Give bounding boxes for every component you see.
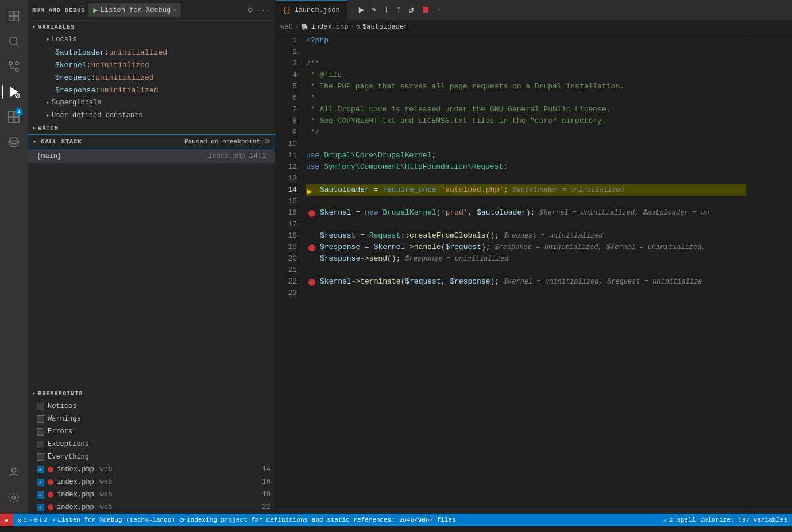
step-over-button[interactable]: ↷ <box>369 3 379 17</box>
superglobals-group[interactable]: ▾ Superglobals <box>28 96 275 109</box>
bc-var[interactable]: $autoloader <box>362 23 408 31</box>
callstack-chevron: ▾ <box>33 138 36 145</box>
frame-location: index.php 14:1 <box>208 152 266 160</box>
activity-bar: 1 <box>0 0 28 514</box>
run-debug-icon[interactable] <box>2 80 25 103</box>
var-name-kernel: $kernel <box>55 61 87 69</box>
source-control-icon[interactable] <box>2 55 25 78</box>
sidebar: RUN AND DEBUG ▶ Listen for Xdebug ▾ ⚙ ··… <box>28 0 276 514</box>
var-response[interactable]: $response : uninitialized <box>28 84 275 96</box>
bp-notices[interactable]: Notices <box>28 400 275 413</box>
search-icon[interactable] <box>2 30 25 53</box>
continue-button[interactable]: ▶ <box>357 3 367 17</box>
bp-errors[interactable]: Errors <box>28 425 275 438</box>
code-line-19: $response = $kernel -> handle ( $request… <box>306 242 746 253</box>
svg-rect-17 <box>14 118 19 122</box>
status-spell[interactable]: ⚠ 2 Spell <box>663 517 696 524</box>
error-count: 0 <box>23 517 27 523</box>
bc-sep-1: › <box>295 24 299 30</box>
bp-file-2-name: index.php <box>57 478 94 486</box>
var-value-autoloader: uninitialized <box>109 48 167 57</box>
extensions-icon[interactable]: 1 <box>2 106 25 129</box>
status-debug-config[interactable]: ⊕ <box>0 514 13 526</box>
callstack-controls: Paused on breakpoint ⧉ <box>184 138 270 146</box>
step-into-button[interactable]: ↓ <box>381 3 392 16</box>
code-line-3: /** <box>306 58 746 69</box>
bp-file-3-checkbox[interactable] <box>37 491 44 499</box>
user-defined-chevron: ▾ <box>44 114 51 117</box>
debug-config-selector[interactable]: ▶ Listen for Xdebug ▾ <box>88 3 181 17</box>
code-container[interactable]: 1 2 3 4 5 6 7 8 9 10 11 12 13 14 15 16 1… <box>276 34 792 509</box>
explorer-icon[interactable] <box>2 5 25 28</box>
more-icon[interactable]: ··· <box>256 6 271 15</box>
restart-button[interactable]: ↺ <box>406 3 416 17</box>
bp-file-1[interactable]: index.php web 14 <box>28 463 275 476</box>
var-kernel[interactable]: $kernel : uninitialized <box>28 59 275 71</box>
bp-file-4-checkbox[interactable] <box>37 504 44 511</box>
warning-icon-2: ⚠ <box>663 517 667 524</box>
bp-file-3[interactable]: index.php web 19 <box>28 488 275 501</box>
status-left: ⊕ ⊗ 0 ⚠ 0 ℹ 2 ⚡ Listen for Xdebug (techx… <box>5 514 456 526</box>
tab-bar: {} launch.json ▶ ↷ ↓ ↑ ↺ ⏹ ▾ <box>276 0 792 20</box>
bp-dot-4 <box>48 504 53 510</box>
user-defined-group[interactable]: ▾ User defined constants <box>28 109 275 122</box>
bc-php-icon: 🐘 <box>301 23 309 30</box>
svg-point-7 <box>16 68 19 72</box>
code-line-8: * See COPYRIGHT.txt and LICENSE.txt file… <box>306 115 746 127</box>
code-line-9: */ <box>306 127 746 138</box>
code-line-17 <box>306 219 746 230</box>
status-indexing[interactable]: ⟳ Indexing project for definitions and s… <box>180 517 456 524</box>
launch-json-tab[interactable]: {} launch.json <box>276 0 347 20</box>
code-line-5: * The PHP page that serves all page requ… <box>306 81 746 92</box>
horizontal-scrollbar[interactable] <box>276 509 792 514</box>
code-line-2 <box>306 46 746 58</box>
watch-section-header[interactable]: ▾ WATCH <box>28 122 275 134</box>
status-errors[interactable]: ⊗ 0 ⚠ 0 ℹ 2 <box>18 517 48 524</box>
breakpoints-section: ▾ BREAKPOINTS Notices Warnings Errors Ex… <box>28 387 275 514</box>
svg-line-5 <box>16 44 19 46</box>
bp-warnings-label: Warnings <box>48 415 81 423</box>
bp-file-1-checkbox[interactable] <box>37 466 44 473</box>
remote-icon[interactable] <box>2 131 25 154</box>
bp-exceptions-checkbox[interactable] <box>37 441 44 448</box>
bp-file-3-line: 19 <box>262 491 271 499</box>
stack-frame[interactable]: {main} index.php 14:1 <box>28 149 275 163</box>
variables-section-header[interactable]: ▾ VARIABLES <box>28 21 275 33</box>
bp-notices-checkbox[interactable] <box>37 403 44 410</box>
superglobals-label: Superglobals <box>52 99 101 107</box>
bc-file[interactable]: index.php <box>311 23 349 31</box>
status-colorize[interactable]: Colorize: 537 variables <box>700 517 787 523</box>
bp-file-2-checkbox[interactable] <box>37 479 44 486</box>
bp-file-2[interactable]: index.php web 16 <box>28 476 275 488</box>
stop-dropdown[interactable]: ▾ <box>437 6 441 13</box>
callstack-header[interactable]: ▾ CALL STACK Paused on breakpoint ⧉ <box>28 134 275 149</box>
breakpoints-section-header[interactable]: ▾ BREAKPOINTS <box>28 387 275 400</box>
bp-warnings-checkbox[interactable] <box>37 415 44 423</box>
bc-web[interactable]: web <box>280 23 293 31</box>
bp-exceptions[interactable]: Exceptions <box>28 438 275 451</box>
settings-icon[interactable] <box>2 486 25 509</box>
code-line-23 <box>306 288 746 299</box>
bp-errors-checkbox[interactable] <box>37 428 44 436</box>
gear-icon[interactable]: ⚙ <box>248 5 252 15</box>
status-bar: ⊕ ⊗ 0 ⚠ 0 ℹ 2 ⚡ Listen for Xdebug (techx… <box>0 514 792 526</box>
status-lightning[interactable]: ⚡ Listen for Xdebug (techx-lando) <box>52 517 175 524</box>
var-value-response: uninitialized <box>100 86 158 95</box>
bp-file-4[interactable]: index.php web 22 <box>28 501 275 514</box>
bp-everything-checkbox[interactable] <box>37 453 44 461</box>
step-out-button[interactable]: ↑ <box>394 3 404 16</box>
code-editor[interactable]: <?php /** * @file * The PHP page that se… <box>302 34 746 509</box>
copy-icon[interactable]: ⧉ <box>265 138 270 146</box>
bp-everything[interactable]: Everything <box>28 451 275 463</box>
var-request[interactable]: $request : uninitialized <box>28 71 275 84</box>
error-icon: ⊗ <box>18 517 22 524</box>
code-line-10 <box>306 138 746 150</box>
locals-group[interactable]: ▾ Locals <box>28 33 275 46</box>
var-autoloader[interactable]: $autoloader : uninitialized <box>28 46 275 59</box>
bp-exceptions-label: Exceptions <box>48 440 89 448</box>
code-line-1: <?php <box>306 35 746 46</box>
warning-count: 0 <box>34 517 38 523</box>
bp-warnings[interactable]: Warnings <box>28 413 275 425</box>
account-icon[interactable] <box>2 461 25 484</box>
stop-button[interactable]: ⏹ <box>419 3 432 17</box>
